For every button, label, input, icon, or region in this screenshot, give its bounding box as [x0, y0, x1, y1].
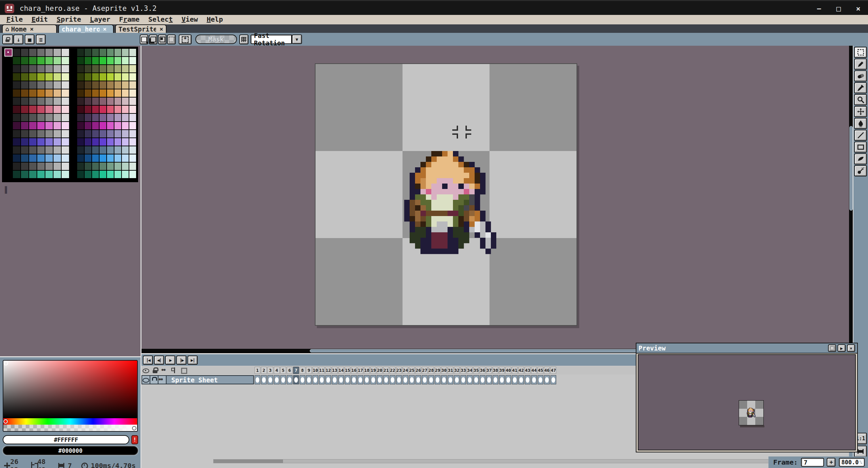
eyedropper-tool-button[interactable]	[854, 82, 867, 93]
cel-frame-43[interactable]	[525, 375, 530, 384]
palette-swatch[interactable]	[100, 163, 106, 170]
palette-swatch[interactable]	[62, 154, 69, 162]
palette-swatch[interactable]	[62, 57, 69, 64]
palette-swatch[interactable]	[62, 122, 69, 129]
frame-header-29[interactable]: 29	[435, 367, 440, 374]
frame-header-36[interactable]: 36	[480, 367, 485, 374]
palette-swatch[interactable]	[37, 154, 45, 162]
tab-home[interactable]: ⌂Home×	[2, 24, 57, 33]
palette-swatch[interactable]	[122, 130, 129, 137]
cel-frame-42[interactable]	[518, 375, 524, 384]
palette-swatch[interactable]	[62, 73, 69, 81]
frame-header-38[interactable]: 38	[493, 367, 498, 374]
cel-frame-15[interactable]	[345, 375, 350, 384]
palette-swatch[interactable]	[92, 81, 99, 89]
pencil-tool-button[interactable]	[854, 59, 867, 70]
palette-swatch[interactable]	[122, 122, 129, 129]
palette-swatch[interactable]	[85, 114, 91, 121]
palette-swatch[interactable]	[77, 138, 84, 146]
cel-frame-19[interactable]	[370, 375, 376, 384]
layer-continuous-toggle[interactable]	[158, 376, 167, 384]
palette-swatch[interactable]	[129, 122, 136, 129]
frame-header-47[interactable]: 47	[550, 367, 556, 374]
preview-close-button[interactable]: ×	[847, 344, 855, 352]
cel-frame-7[interactable]	[293, 375, 299, 384]
frame-header-41[interactable]: 41	[512, 367, 518, 374]
palette-swatch[interactable]	[29, 81, 37, 89]
palette-swatch[interactable]	[107, 146, 114, 154]
frame-header-2[interactable]: 2	[261, 367, 267, 374]
palette-swatch[interactable]	[114, 73, 121, 81]
palette-swatch[interactable]	[29, 138, 37, 146]
palette-swatch[interactable]	[100, 138, 106, 146]
palette-swatch[interactable]	[62, 114, 69, 121]
vertical-scrollbar-thumb[interactable]	[849, 126, 853, 211]
palette-swatch[interactable]	[21, 130, 28, 137]
cel-frame-41[interactable]	[512, 375, 518, 384]
palette-swatch[interactable]	[13, 146, 20, 154]
cel-frame-20[interactable]	[377, 375, 383, 384]
cel-frame-23[interactable]	[396, 375, 402, 384]
palette-swatch[interactable]	[92, 154, 99, 162]
palette-swatch[interactable]	[107, 154, 114, 162]
palette-swatch[interactable]	[129, 57, 136, 64]
palette-swatch[interactable]	[92, 98, 99, 105]
palette-swatch[interactable]	[53, 114, 61, 121]
add-frame-button[interactable]: +	[827, 458, 836, 467]
eraser-tool-button[interactable]	[854, 70, 867, 82]
palette-swatch[interactable]	[45, 154, 53, 162]
palette-swatch[interactable]	[45, 122, 53, 129]
rotation-pivot-gizmo[interactable]	[452, 126, 471, 139]
palette-swatch[interactable]	[45, 65, 53, 72]
palette-swatch[interactable]	[37, 57, 45, 64]
selection-mode-replace-button[interactable]	[140, 35, 148, 44]
palette-swatch[interactable]	[62, 65, 69, 72]
palette-swatch[interactable]	[13, 163, 20, 170]
palette-swatch[interactable]	[122, 57, 129, 64]
frame-header-43[interactable]: 43	[525, 367, 530, 374]
frame-header-7[interactable]: 7	[293, 367, 299, 374]
palette-presets-button[interactable]: ■	[25, 35, 35, 44]
eye-icon[interactable]	[142, 367, 150, 374]
palette-swatch[interactable]	[114, 89, 121, 97]
palette-swatch[interactable]	[37, 138, 45, 146]
palette-swatch[interactable]	[5, 57, 12, 64]
frame-header-16[interactable]: 16	[351, 367, 357, 374]
palette-swatch[interactable]	[53, 65, 61, 72]
frame-header-22[interactable]: 22	[390, 367, 395, 374]
palette-swatch[interactable]	[21, 154, 28, 162]
cel-frame-10[interactable]	[312, 375, 318, 384]
palette-swatch[interactable]	[100, 106, 106, 113]
cel-frame-28[interactable]	[428, 375, 434, 384]
cel-frame-37[interactable]	[486, 375, 492, 384]
palette-swatch[interactable]	[37, 114, 45, 121]
cel-frame-16[interactable]	[351, 375, 357, 384]
palette-swatch[interactable]	[100, 65, 106, 72]
palette-swatch[interactable]	[53, 73, 61, 81]
cel-frame-26[interactable]	[415, 375, 421, 384]
palette-swatch[interactable]	[107, 122, 114, 129]
preview-play-button[interactable]: ▶	[838, 344, 846, 352]
cel-frame-2[interactable]	[261, 375, 267, 384]
palette-swatch[interactable]	[29, 146, 37, 154]
palette-swatch[interactable]	[92, 138, 99, 146]
palette-swatch[interactable]	[5, 65, 12, 72]
cel-frame-17[interactable]	[357, 375, 363, 384]
palette-options-button[interactable]: ≡	[36, 35, 46, 44]
menu-item-sprite[interactable]: Sprite	[52, 15, 85, 23]
close-button[interactable]: ×	[848, 4, 868, 13]
selection-mode-intersect-button[interactable]	[167, 35, 176, 44]
tab-testspriteshee[interactable]: TestSpriteShee×	[115, 24, 167, 33]
palette-swatch[interactable]	[77, 106, 84, 113]
frame-header-25[interactable]: 25	[409, 367, 415, 374]
cel-frame-36[interactable]	[480, 375, 485, 384]
color-picker[interactable]	[3, 360, 138, 432]
palette-swatch[interactable]	[85, 57, 91, 64]
cel-frame-13[interactable]	[332, 375, 338, 384]
palette-swatch[interactable]	[53, 122, 61, 129]
palette-swatch[interactable]	[53, 98, 61, 105]
frame-header-27[interactable]: 27	[422, 367, 428, 374]
palette-swatch[interactable]	[129, 73, 136, 81]
palette-lock-button[interactable]	[2, 35, 13, 44]
palette-swatch[interactable]	[29, 73, 37, 81]
